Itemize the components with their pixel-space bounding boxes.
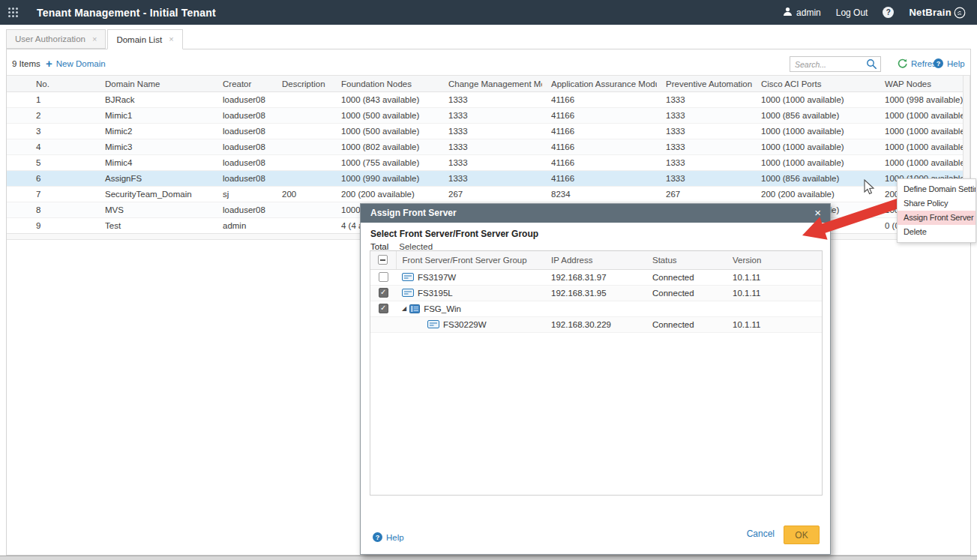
tab-user-authorization[interactable]: User Authorization×: [6, 29, 106, 49]
topbar-help-button[interactable]: ?: [883, 7, 894, 18]
column-header-creator[interactable]: Creator: [214, 76, 273, 92]
menu-item-define-domain-settings[interactable]: Define Domain Settings: [898, 182, 976, 196]
cell-status: [646, 301, 727, 316]
cell-preventive-automation: 1333: [657, 108, 752, 124]
cell-name: FS3195L: [396, 285, 545, 301]
domain-row-assignfs[interactable]: 6AssignFSloaduser081000 (990 available)1…: [7, 171, 963, 187]
dialog-help-button[interactable]: ? Help: [373, 532, 404, 542]
cell-app-assurance: 41166: [542, 171, 657, 187]
user-menu[interactable]: admin: [783, 7, 821, 19]
ok-button[interactable]: OK: [784, 526, 820, 544]
column-header[interactable]: Status: [646, 251, 727, 269]
cell-version: 10.1.11: [727, 316, 822, 332]
row-checkbox[interactable]: [379, 288, 388, 298]
domain-row-mimic1[interactable]: 2Mimic1loaduser081000 (500 available)133…: [7, 108, 963, 124]
cell-description: [273, 202, 332, 218]
cell-creator: loaduser08: [214, 202, 273, 218]
cell-change-mgmt: 1333: [439, 92, 542, 108]
row-checkbox[interactable]: [379, 304, 388, 313]
column-header-no-[interactable]: No.: [7, 76, 96, 92]
cell-foundation-nodes: 200 (200 available): [332, 187, 439, 202]
menu-item-share-policy[interactable]: Share Policy: [898, 196, 976, 211]
front-server-row-fs3197w[interactable]: FS3197W192.168.31.97Connected10.1.11: [370, 269, 822, 285]
cell-creator: loaduser08: [214, 108, 273, 124]
front-server-name: FS30229W: [443, 320, 487, 329]
dialog-subtitle: Select Front Server/Front Server Group: [370, 229, 538, 239]
cell-preventive-automation: 1333: [657, 155, 752, 171]
app-grid-icon[interactable]: [8, 7, 18, 17]
column-header-change-management-module[interactable]: Change Management Module: [439, 76, 542, 92]
front-server-row-fsg-win[interactable]: ◢FSG_Win: [370, 301, 822, 316]
cell-change-mgmt: 1333: [439, 124, 542, 139]
column-header-application-assurance-module[interactable]: Application Assurance Module: [542, 76, 657, 92]
front-server-row-fs3195l[interactable]: FS3195L192.168.31.95Connected10.1.11: [370, 285, 822, 301]
logout-button[interactable]: Log Out: [836, 7, 868, 18]
cell-change-mgmt: 1333: [439, 139, 542, 155]
search-input[interactable]: [790, 60, 866, 69]
window-bottom-edge: [0, 556, 977, 560]
select-all-checkbox[interactable]: [378, 255, 388, 265]
domain-row-securityteam-domain[interactable]: 7SecurityTeam_Domainsj200200 (200 availa…: [7, 187, 963, 202]
cell-wap-nodes: 1000 (1000 available): [876, 139, 963, 155]
expand-icon[interactable]: ◢: [402, 305, 406, 312]
cancel-button[interactable]: Cancel: [747, 529, 775, 539]
domain-row-mimic4[interactable]: 5Mimic4loaduser081000 (755 available)133…: [7, 155, 963, 171]
column-header-cisco-aci-ports[interactable]: Cisco ACI Ports: [752, 76, 876, 92]
cell-cisco-aci-ports: 1000 (1000 available): [752, 124, 876, 139]
cell-wap-nodes: 1000 (1000 available): [876, 124, 963, 139]
cell-wap-nodes: 1000 (998 available): [876, 92, 963, 108]
help-icon: ?: [934, 58, 943, 68]
cell-app-assurance: 41166: [542, 139, 657, 155]
cell-cisco-aci-ports: 200 (200 available): [752, 187, 876, 202]
cell-foundation-nodes: 1000 (755 available): [332, 155, 439, 171]
column-header-foundation-nodes[interactable]: Foundation Nodes: [332, 76, 439, 92]
cell-ip-address: [545, 301, 646, 316]
cell-cisco-aci-ports: 1000 (856 available): [752, 171, 876, 187]
domain-row-bjrack[interactable]: 1BJRackloaduser081000 (843 available)133…: [7, 92, 963, 108]
column-header-description[interactable]: Description: [273, 76, 332, 92]
cell-no: 1: [7, 92, 96, 108]
column-header[interactable]: Front Server/Front Server Group: [396, 251, 545, 269]
front-server-name: FSG_Win: [424, 304, 461, 313]
row-checkbox[interactable]: [379, 272, 388, 282]
help-icon: ?: [373, 532, 382, 542]
column-header[interactable]: Version: [727, 251, 822, 269]
column-header-domain-name[interactable]: Domain Name: [96, 76, 214, 92]
top-bar: Tenant Management - Initial Tenant admin…: [0, 0, 977, 25]
domain-table-header: No.Domain NameCreatorDescriptionFoundati…: [7, 76, 963, 92]
cell-preventive-automation: 1333: [657, 139, 752, 155]
close-icon[interactable]: ×: [92, 35, 97, 43]
search-box: [790, 56, 881, 72]
cell-version: 10.1.11: [727, 285, 822, 301]
column-header-preventive-automation[interactable]: Preventive Automation: [657, 76, 752, 92]
tab-domain-list[interactable]: Domain List×: [107, 29, 182, 49]
menu-item-delete[interactable]: Delete: [898, 225, 976, 239]
cell-preventive-automation: 1333: [657, 171, 752, 187]
tab-bar: User Authorization×Domain List×: [6, 29, 184, 49]
netbrain-logo: NetBrain: [909, 6, 967, 19]
cell-app-assurance: 41166: [542, 124, 657, 139]
front-server-table: Front Server/Front Server Group IP Addre…: [370, 250, 823, 496]
front-server-row-fs30229w[interactable]: FS30229W192.168.30.229Connected10.1.11: [370, 316, 822, 332]
cell-cisco-aci-ports: 1000 (1000 available): [752, 92, 876, 108]
new-domain-button[interactable]: + New Domain: [46, 58, 106, 69]
user-icon: [783, 7, 793, 19]
cell-ip-address: 192.168.31.97: [545, 269, 646, 285]
cell-preventive-automation: 1333: [657, 92, 752, 108]
column-header-wap-nodes[interactable]: WAP Nodes: [876, 76, 963, 92]
cell-no: 2: [7, 108, 96, 124]
menu-item-assign-front-server[interactable]: Assign Front Server: [898, 211, 976, 225]
cell-no: 6: [7, 171, 96, 187]
cell-domain-name: SecurityTeam_Domain: [96, 187, 214, 202]
search-icon[interactable]: [866, 58, 877, 70]
cell-change-mgmt: 1333: [439, 171, 542, 187]
close-icon[interactable]: ×: [169, 35, 173, 43]
domain-row-mimic2[interactable]: 3Mimic2loaduser081000 (500 available)133…: [7, 124, 963, 139]
cell-creator: sj: [214, 187, 273, 202]
domain-row-mimic3[interactable]: 4Mimic3loaduser081000 (802 available)133…: [7, 139, 963, 155]
column-header[interactable]: IP Address: [545, 251, 646, 269]
front-server-icon: [402, 289, 414, 297]
tab-label: Domain List: [116, 35, 162, 44]
toolbar-help-button[interactable]: ? Help: [934, 58, 965, 68]
close-icon[interactable]: ×: [814, 204, 821, 223]
